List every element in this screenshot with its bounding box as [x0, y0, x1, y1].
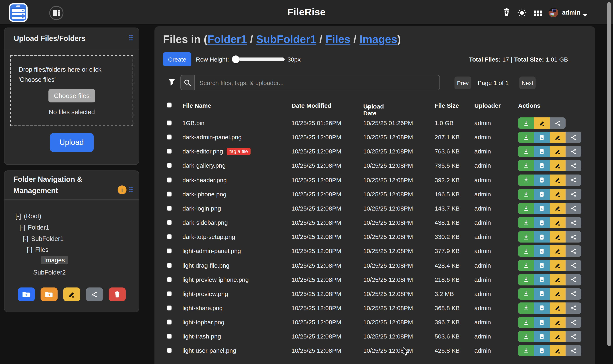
select-all-checkbox[interactable]	[167, 103, 172, 108]
share-icon[interactable]	[566, 246, 581, 257]
row-checkbox[interactable]	[167, 163, 172, 168]
preview-icon[interactable]	[534, 274, 550, 285]
file-name[interactable]: dark-admin-panel.png	[182, 134, 242, 141]
share-icon[interactable]	[566, 331, 581, 342]
preview-icon[interactable]	[534, 160, 550, 171]
share-icon[interactable]	[566, 274, 581, 285]
share-icon[interactable]	[566, 317, 581, 328]
file-name[interactable]: dark-header.png	[182, 176, 227, 183]
row-height-slider[interactable]	[233, 57, 285, 61]
tree-item-root[interactable]: [-](Root)	[15, 213, 41, 220]
tree-collapse-toggle[interactable]: [-]	[23, 235, 28, 242]
info-icon[interactable]: i	[118, 185, 126, 194]
download-icon[interactable]	[518, 260, 534, 271]
preview-icon[interactable]	[534, 317, 550, 328]
move-folder-button[interactable]	[40, 287, 57, 301]
row-checkbox[interactable]	[167, 248, 172, 254]
download-icon[interactable]	[518, 302, 534, 314]
share-icon[interactable]	[566, 288, 581, 300]
file-name[interactable]: light-drag-file.png	[182, 262, 229, 269]
download-icon[interactable]	[518, 189, 534, 200]
share-folder-button[interactable]	[86, 287, 103, 301]
drag-handle-icon[interactable]	[129, 34, 133, 42]
next-page-button[interactable]: Next	[519, 77, 536, 89]
share-icon[interactable]	[550, 117, 566, 129]
column-file-size[interactable]: File Size	[435, 102, 459, 109]
preview-icon[interactable]	[534, 331, 550, 342]
edit-icon[interactable]	[550, 260, 566, 271]
grid-icon[interactable]	[534, 10, 542, 17]
share-icon[interactable]	[566, 146, 581, 157]
download-icon[interactable]	[518, 246, 534, 257]
file-name[interactable]: 1GB.bin	[182, 119, 204, 126]
tree-item-label[interactable]: (Root)	[24, 213, 41, 220]
file-name[interactable]: light-share.png	[182, 304, 223, 311]
row-checkbox[interactable]	[167, 305, 172, 311]
breadcrumb-link-images[interactable]: Images	[359, 33, 397, 45]
preview-icon[interactable]	[534, 189, 550, 200]
edit-icon[interactable]	[550, 345, 566, 356]
edit-icon[interactable]	[550, 274, 566, 285]
search-icon[interactable]	[181, 75, 194, 90]
tree-item-label[interactable]: Files	[35, 246, 48, 253]
prev-page-button[interactable]: Prev	[455, 77, 471, 89]
edit-icon[interactable]	[550, 174, 566, 186]
file-name[interactable]: dark-iphone.png	[182, 191, 226, 198]
row-checkbox[interactable]	[167, 277, 172, 282]
preview-icon[interactable]	[534, 288, 550, 300]
download-icon[interactable]	[518, 231, 534, 243]
tree-collapse-toggle[interactable]: [-]	[27, 246, 32, 253]
share-icon[interactable]	[566, 203, 581, 214]
download-icon[interactable]	[518, 203, 534, 214]
download-icon[interactable]	[518, 174, 534, 186]
tree-item-label[interactable]: SubFolder1	[31, 235, 64, 242]
edit-icon[interactable]	[550, 203, 566, 214]
file-name[interactable]: light-admin-panel.png	[182, 247, 241, 254]
tree-collapse-toggle[interactable]: [-]	[19, 224, 25, 231]
row-checkbox[interactable]	[167, 177, 172, 182]
preview-icon[interactable]	[534, 146, 550, 157]
download-icon[interactable]	[518, 345, 534, 356]
tree-collapse-toggle[interactable]: [-]	[15, 213, 21, 220]
file-name[interactable]: dark-sidebar.png	[182, 219, 228, 226]
edit-icon[interactable]	[534, 117, 550, 129]
preview-icon[interactable]	[534, 345, 550, 356]
row-checkbox[interactable]	[167, 192, 172, 197]
upload-button[interactable]: Upload	[50, 133, 94, 152]
tree-item-label[interactable]: Images	[41, 256, 68, 264]
filter-icon[interactable]	[168, 78, 176, 88]
edit-icon[interactable]	[550, 160, 566, 171]
share-icon[interactable]	[566, 160, 581, 171]
row-checkbox[interactable]	[167, 220, 172, 225]
avatar[interactable]	[549, 8, 558, 17]
file-name[interactable]: light-preview-iphone.png	[182, 276, 249, 283]
edit-icon[interactable]	[550, 131, 566, 143]
file-name[interactable]: dark-totp-setup.png	[182, 233, 235, 240]
share-icon[interactable]	[566, 217, 581, 228]
trash-restore-icon[interactable]	[503, 8, 510, 17]
share-icon[interactable]	[566, 189, 581, 200]
row-checkbox[interactable]	[167, 149, 172, 154]
sun-icon[interactable]	[517, 8, 527, 19]
tree-item-label[interactable]: Folder1	[28, 224, 49, 231]
file-tag-badge[interactable]: tag a file	[227, 148, 251, 155]
drag-handle-icon[interactable]	[129, 186, 133, 194]
user-menu-label[interactable]: admin	[562, 9, 580, 16]
row-checkbox[interactable]	[167, 206, 172, 211]
create-folder-button[interactable]	[18, 287, 35, 301]
slider-thumb[interactable]	[232, 55, 240, 63]
preview-icon[interactable]	[534, 260, 550, 271]
edit-icon[interactable]	[550, 217, 566, 228]
caret-down-icon[interactable]	[583, 11, 588, 19]
dropzone[interactable]: Drop files/folders here or click 'Choose…	[10, 55, 133, 126]
preview-icon[interactable]	[534, 231, 550, 243]
column-file-name[interactable]: File Name	[182, 102, 211, 109]
preview-icon[interactable]	[534, 246, 550, 257]
edit-icon[interactable]	[550, 146, 566, 157]
edit-icon[interactable]	[550, 231, 566, 243]
preview-icon[interactable]	[534, 217, 550, 228]
tree-item-files[interactable]: [-]Files	[27, 246, 48, 253]
tree-item-label[interactable]: SubFolder2	[33, 269, 66, 276]
tree-item-subfolder1[interactable]: [-]SubFolder1	[23, 235, 64, 243]
breadcrumb-link-subfolder1[interactable]: SubFolder1	[256, 33, 316, 45]
